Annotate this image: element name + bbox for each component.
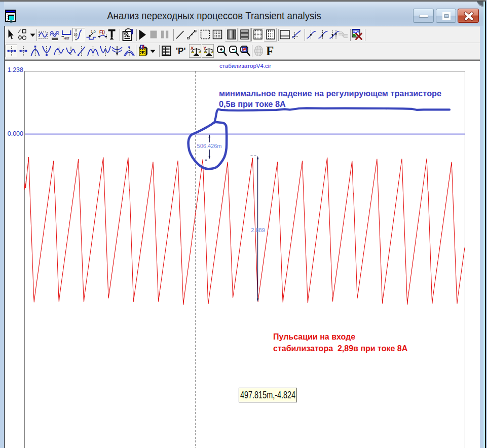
- svg-text:2.889: 2.889: [251, 227, 265, 233]
- svg-text:506.426m: 506.426m: [197, 143, 222, 149]
